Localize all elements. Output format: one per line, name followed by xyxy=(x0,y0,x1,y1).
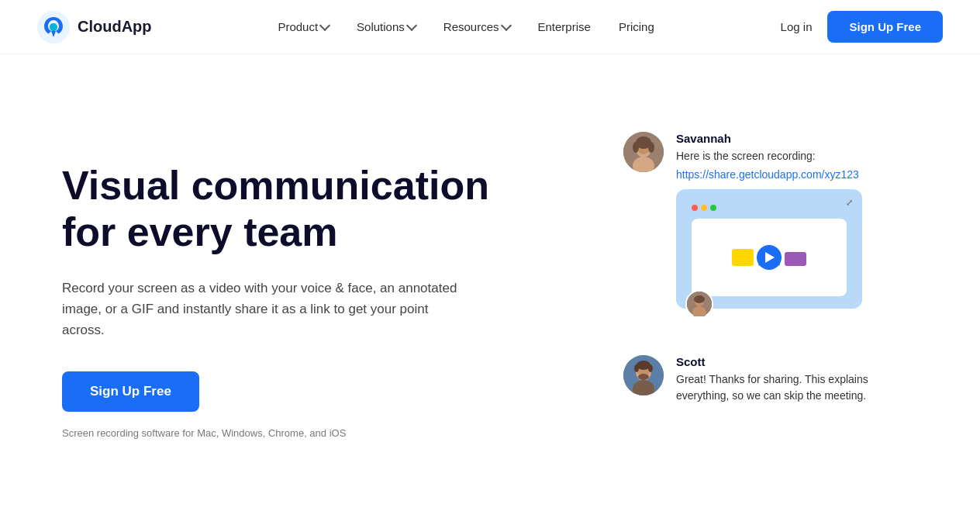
preview-avatar xyxy=(685,290,713,318)
savannah-text: Here is the screen recording: xyxy=(676,148,918,164)
scott-text: Great! Thanks for sharing. This explains… xyxy=(676,371,918,404)
play-button[interactable] xyxy=(757,245,782,270)
chat-bubble-scott: Scott Great! Thanks for sharing. This ex… xyxy=(676,355,918,407)
chevron-down-icon xyxy=(406,20,417,31)
login-link[interactable]: Log in xyxy=(781,20,813,33)
signup-button-nav[interactable]: Sign Up Free xyxy=(827,11,943,43)
signup-button-hero[interactable]: Sign Up Free xyxy=(62,371,199,412)
window-dots xyxy=(692,205,847,211)
fullscreen-icon: ⤢ xyxy=(846,198,853,208)
nav-actions: Log in Sign Up Free xyxy=(781,11,943,43)
chevron-down-icon xyxy=(500,20,511,31)
dot-red xyxy=(692,205,698,211)
bar-purple xyxy=(785,252,806,266)
chat-container: Savannah Here is the screen recording: h… xyxy=(623,132,918,407)
nav-solutions[interactable]: Solutions xyxy=(357,20,416,33)
hero-left: Visual communication for every team Reco… xyxy=(62,116,496,439)
screen-preview-inner xyxy=(692,219,847,296)
logo[interactable]: CloudApp xyxy=(37,11,152,43)
avatar-savannah-image xyxy=(623,132,664,172)
nav-pricing[interactable]: Pricing xyxy=(619,20,654,33)
savannah-link[interactable]: https://share.getcloudapp.com/xyz123 xyxy=(676,168,859,181)
chevron-down-icon xyxy=(319,20,330,31)
nav-product[interactable]: Product xyxy=(278,20,329,33)
svg-point-19 xyxy=(648,364,653,372)
avatar-savannah xyxy=(623,132,664,172)
svg-point-18 xyxy=(634,364,639,372)
scott-name: Scott xyxy=(676,355,918,368)
hero-right: Savannah Here is the screen recording: h… xyxy=(623,116,918,407)
screen-preview: ⤢ xyxy=(676,189,862,309)
nav-resources[interactable]: Resources xyxy=(443,20,510,33)
savannah-name: Savannah xyxy=(676,132,918,145)
nav-enterprise[interactable]: Enterprise xyxy=(538,20,591,33)
nav-links: Product Solutions Resources Enterprise P… xyxy=(278,20,654,33)
play-icon xyxy=(765,252,775,263)
chat-message-savannah: Savannah Here is the screen recording: h… xyxy=(623,132,918,309)
chat-bubble-savannah: Savannah Here is the screen recording: h… xyxy=(676,132,918,309)
avatar-scott xyxy=(623,355,664,395)
svg-point-8 xyxy=(648,142,654,153)
dot-yellow xyxy=(701,205,707,211)
svg-point-12 xyxy=(694,295,705,303)
logo-text: CloudApp xyxy=(78,18,152,36)
hero-caption: Screen recording software for Mac, Windo… xyxy=(62,427,496,439)
avatar-scott-image xyxy=(623,355,664,395)
hero-subtitle: Record your screen as a video with your … xyxy=(62,278,465,341)
bar-yellow xyxy=(732,249,754,266)
chat-message-scott: Scott Great! Thanks for sharing. This ex… xyxy=(623,355,918,407)
svg-point-7 xyxy=(633,142,639,153)
dot-green xyxy=(710,205,716,211)
hero-title: Visual communication for every team xyxy=(62,163,496,256)
hero-section: Visual communication for every team Reco… xyxy=(0,54,980,511)
svg-point-20 xyxy=(638,374,649,380)
fullscreen-button[interactable]: ⤢ xyxy=(844,197,854,208)
navbar: CloudApp Product Solutions Resources Ent… xyxy=(0,0,980,54)
logo-icon xyxy=(37,11,70,43)
